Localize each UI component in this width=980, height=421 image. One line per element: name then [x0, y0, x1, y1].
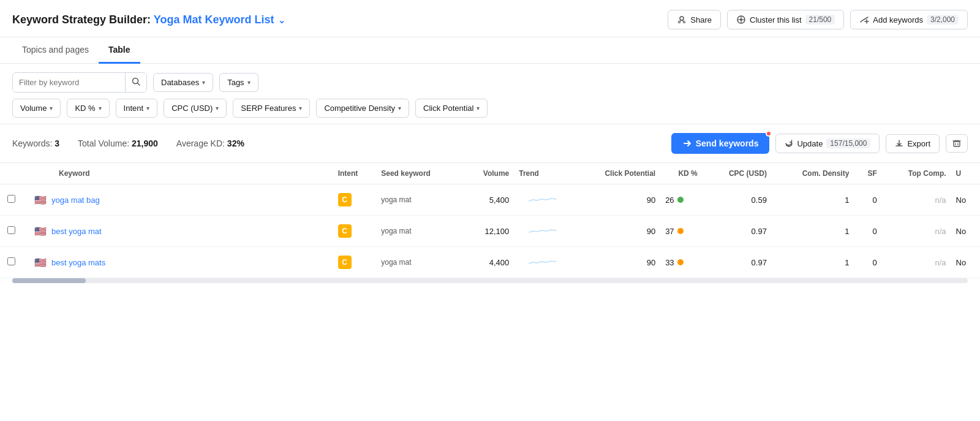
cluster-button[interactable]: Cluster this list 21/500 [727, 10, 844, 29]
cpc-cell: 0.97 [703, 247, 772, 278]
volume-chevron: ▾ [50, 105, 53, 112]
send-icon [682, 138, 692, 148]
seed-keyword-cell: yoga mat [376, 216, 462, 247]
keywords-table: Keyword Intent Seed keyword Volume Trend… [0, 163, 980, 278]
add-keywords-icon [859, 15, 869, 25]
row-checkbox[interactable] [7, 257, 15, 265]
intent-badge: C [338, 193, 352, 207]
th-sf[interactable]: SF [854, 163, 881, 184]
th-checkbox [0, 163, 22, 184]
kd-dot [677, 197, 684, 203]
cpc-cell: 0.59 [703, 184, 772, 216]
keyword-cell: 🇺🇸 best yoga mats [22, 247, 333, 278]
row-checkbox[interactable] [7, 195, 15, 203]
top-comp-cell: n/a [882, 216, 951, 247]
share-icon [677, 15, 687, 25]
intent-cell: C [333, 216, 377, 247]
th-click-potential[interactable]: Click Potential [573, 163, 660, 184]
row-checkbox-cell [0, 184, 22, 216]
kd-chevron: ▾ [99, 105, 102, 112]
trend-chart [528, 225, 559, 237]
tags-dropdown[interactable]: Tags ▾ [219, 73, 258, 92]
share-button[interactable]: Share [668, 10, 721, 29]
keyword-link[interactable]: best yoga mat [51, 227, 102, 236]
serp-features-dropdown[interactable]: SERP Features ▾ [233, 99, 310, 118]
svg-rect-13 [954, 142, 960, 146]
search-icon [132, 77, 140, 86]
filter-row-1: Databases ▾ Tags ▾ [12, 72, 968, 93]
com-density-cell: 1 [772, 184, 854, 216]
trend-chart [528, 256, 559, 268]
search-button[interactable] [125, 73, 146, 92]
cpc-dropdown[interactable]: CPC (USD) ▾ [164, 99, 227, 118]
tab-topics-and-pages[interactable]: Topics and pages [12, 37, 99, 64]
keyword-link[interactable]: best yoga mats [51, 258, 105, 267]
keyword-cell: 🇺🇸 yoga mat bag [22, 184, 333, 216]
page-header: Keyword Strategy Builder: Yoga Mat Keywo… [0, 0, 980, 37]
volume-dropdown[interactable]: Volume ▾ [12, 99, 61, 118]
kd-dot [677, 228, 684, 234]
th-keyword[interactable]: Keyword [22, 163, 333, 184]
competitive-density-dropdown[interactable]: Competitive Density ▾ [316, 99, 409, 118]
u-cell: No [951, 216, 980, 247]
add-keywords-button[interactable]: Add keywords 3/2,000 [850, 10, 968, 29]
table-container: Keyword Intent Seed keyword Volume Trend… [0, 163, 980, 278]
row-checkbox-cell [0, 247, 22, 278]
export-icon [895, 139, 903, 148]
th-u: U [951, 163, 980, 184]
th-com-density[interactable]: Com. Density [772, 163, 854, 184]
kd-dropdown[interactable]: KD % ▾ [67, 99, 109, 118]
th-volume[interactable]: Volume [462, 163, 514, 184]
flag-icon: 🇺🇸 [34, 257, 47, 268]
scrollbar-thumb[interactable] [12, 278, 86, 283]
com-density-cell: 1 [772, 216, 854, 247]
row-checkbox-cell [0, 216, 22, 247]
kd-dot [677, 259, 684, 265]
update-button[interactable]: Update 157/15,000 [775, 134, 880, 153]
stats-bar: Keywords: 3 Total Volume: 21,900 Average… [0, 124, 980, 163]
trend-chart [528, 194, 559, 206]
search-input[interactable] [13, 74, 125, 91]
trash-icon [952, 139, 961, 148]
send-keywords-button[interactable]: Send keywords [671, 133, 770, 154]
search-box[interactable] [12, 72, 147, 93]
row-checkbox[interactable] [7, 226, 15, 234]
keyword-link[interactable]: yoga mat bag [51, 195, 100, 205]
intent-dropdown[interactable]: Intent ▾ [116, 99, 158, 118]
delete-button[interactable] [946, 134, 968, 153]
svg-line-12 [138, 83, 140, 86]
seed-keyword-cell: yoga mat [376, 247, 462, 278]
click-potential-cell: 90 [573, 216, 660, 247]
th-trend[interactable]: Trend [514, 163, 573, 184]
svg-point-6 [740, 18, 742, 21]
notif-dot [766, 131, 772, 137]
u-cell: No [951, 247, 980, 278]
tab-table[interactable]: Table [99, 37, 140, 64]
volume-stat: Total Volume: 21,900 [78, 138, 158, 148]
table-row: 🇺🇸 best yoga mats C yoga mat 4,400 90 33… [0, 247, 980, 278]
intent-chevron: ▾ [146, 105, 149, 112]
top-comp-cell: n/a [882, 247, 951, 278]
databases-chevron: ▾ [202, 79, 205, 86]
title-prefix: Keyword Strategy Builder: [12, 13, 151, 26]
export-button[interactable]: Export [886, 134, 940, 153]
click-potential-dropdown[interactable]: Click Potential ▾ [415, 99, 488, 118]
horizontal-scrollbar[interactable] [12, 278, 968, 283]
stats-actions: Send keywords Update 157/15,000 Export [671, 133, 968, 154]
th-top-comp[interactable]: Top Comp. [882, 163, 951, 184]
kd-value: 37 [665, 227, 674, 236]
th-seed-keyword[interactable]: Seed keyword [376, 163, 462, 184]
list-name-chevron[interactable]: ⌄ [278, 15, 285, 25]
sf-cell: 0 [854, 247, 881, 278]
competitive-density-chevron: ▾ [398, 105, 401, 112]
click-potential-cell: 90 [573, 247, 660, 278]
cpc-cell: 0.97 [703, 216, 772, 247]
th-kd[interactable]: KD % [660, 163, 703, 184]
intent-cell: C [333, 184, 377, 216]
list-name[interactable]: Yoga Mat Keyword List [154, 13, 274, 26]
databases-dropdown[interactable]: Databases ▾ [153, 73, 213, 92]
th-intent[interactable]: Intent [333, 163, 377, 184]
th-cpc[interactable]: CPC (USD) [703, 163, 772, 184]
keywords-stat: Keywords: 3 [12, 138, 59, 148]
tab-bar: Topics and pages Table [0, 37, 980, 64]
